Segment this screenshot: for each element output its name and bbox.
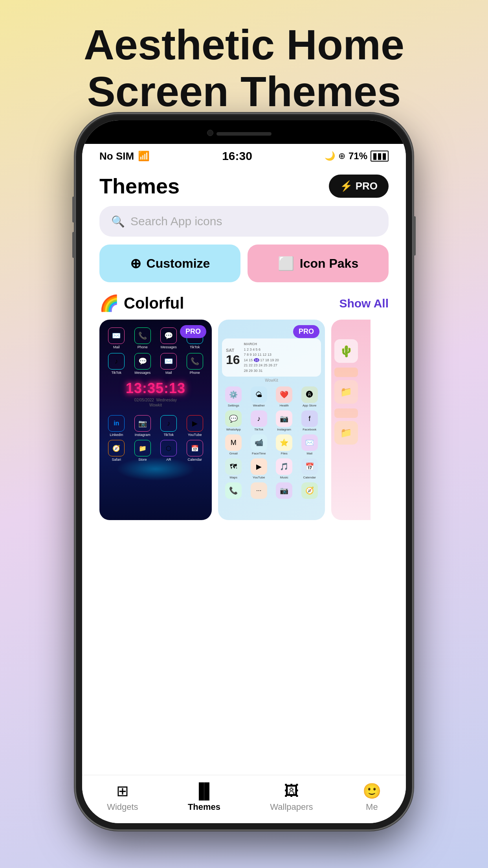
pro-button[interactable]: ⚡ PRO [329, 175, 389, 198]
wowkit-label: WowKit [222, 378, 321, 383]
app-header: Themes ⚡ PRO [82, 166, 406, 202]
camera-notch [185, 124, 303, 144]
phone-wrapper: No SIM 📶 16:30 🌙 ⊕ 71% ▮▮▮ Themes ⚡ [76, 114, 412, 829]
search-icon: 🔍 [111, 215, 125, 228]
volume-up-button[interactable] [72, 197, 75, 223]
phone-shell: No SIM 📶 16:30 🌙 ⊕ 71% ▮▮▮ Themes ⚡ [76, 114, 412, 829]
pro-label: PRO [356, 180, 378, 192]
theme-cards-row: PRO ✉️ Mail 📞 Phone [82, 320, 406, 536]
nav-widgets[interactable]: ⊞ Widgets [107, 782, 138, 812]
pink-theme-card[interactable]: 🌵 📁 📁 [331, 320, 371, 520]
page-headline: Aesthetic HomeScreen Themes [0, 22, 488, 115]
bolt-icon: ⚡ [340, 180, 352, 192]
customize-button[interactable]: ⊕ Customize [99, 245, 240, 282]
moon-icon: 🌙 [325, 151, 335, 161]
neon-date-line: 02/05/2022 Wednesday [99, 398, 212, 402]
me-label: Me [366, 802, 378, 812]
scroll-content[interactable]: Themes ⚡ PRO 🔍 Search App icons ⊕ Custom… [82, 166, 406, 775]
section-header: 🌈 Colorful Show All [82, 292, 406, 320]
neon-theme-card[interactable]: PRO ✉️ Mail 📞 Phone [99, 320, 212, 520]
neon-clock: 13:35:13 [99, 380, 212, 397]
status-bar: No SIM 📶 16:30 🌙 ⊕ 71% ▮▮▮ [82, 144, 406, 166]
neon-icons-mid: ♪ TikTok 💬 Messages ✉️ Mail [99, 351, 212, 377]
wifi-icon: 📶 [138, 151, 150, 162]
neon-icon-mail: ✉️ Mail [108, 327, 125, 349]
power-button[interactable] [413, 216, 416, 256]
location-icon: ⊕ [338, 151, 345, 161]
iconpaks-label: Icon Paks [300, 256, 358, 271]
neon-icons-bottom: in LinkedIn 📷 Instagram ♪ TikTok [99, 414, 212, 438]
status-right: 🌙 ⊕ 71% ▮▮▮ [325, 151, 389, 162]
neon-icons-last: 🧭 Safari 📁 Store ⬡ AR [99, 438, 212, 463]
neon-wowkit: Wowkit [99, 403, 212, 407]
themes-label: Themes [188, 802, 220, 812]
iconpaks-icon: ⬜ [278, 256, 294, 271]
nav-me[interactable]: 🙂 Me [363, 782, 381, 812]
volume-down-button[interactable] [72, 232, 75, 258]
app-title: Themes [99, 174, 180, 198]
battery-icon: ▮▮▮ [371, 151, 389, 162]
camera-dot [207, 130, 213, 136]
pro-badge-1: PRO [180, 325, 206, 338]
action-buttons: ⊕ Customize ⬜ Icon Paks [82, 245, 406, 292]
pastel-date-widget: SAT 16 MARCH 1 2 3 4 5 6 7 8 9 10 11 12 … [222, 338, 321, 377]
nav-wallpapers[interactable]: 🖼 Wallpapers [270, 783, 313, 812]
wallpapers-label: Wallpapers [270, 802, 313, 812]
themes-icon: ▐▌ [194, 783, 215, 800]
section-title: 🌈 Colorful [99, 294, 184, 313]
carrier-label: No SIM [99, 150, 134, 162]
widgets-icon: ⊞ [116, 782, 129, 800]
section-title-text: Colorful [124, 294, 184, 312]
top-black-bar [82, 120, 406, 144]
me-icon: 🙂 [363, 782, 381, 800]
phone-screen: No SIM 📶 16:30 🌙 ⊕ 71% ▮▮▮ Themes ⚡ [82, 120, 406, 823]
pro-badge-2: PRO [293, 325, 319, 338]
rainbow-emoji: 🌈 [99, 294, 119, 313]
speaker-pill [216, 132, 272, 136]
neon-icon-phone: 📞 Phone [134, 327, 151, 349]
pastel-content: SAT 16 MARCH 1 2 3 4 5 6 7 8 9 10 11 12 … [218, 320, 325, 504]
nav-themes[interactable]: ▐▌ Themes [188, 783, 220, 812]
pastel-theme-card[interactable]: PRO SAT 16 MARCH 1 2 3 4 5 6 [218, 320, 325, 520]
neon-icon-messages: 💬 Messages [160, 327, 177, 349]
widgets-label: Widgets [107, 802, 138, 812]
search-bar[interactable]: 🔍 Search App icons [99, 206, 389, 237]
customize-label: Customize [147, 256, 210, 271]
wallpapers-icon: 🖼 [284, 783, 299, 800]
battery-percent: 71% [349, 151, 367, 162]
search-placeholder: Search App icons [130, 215, 222, 228]
iconpaks-button[interactable]: ⬜ Icon Paks [248, 245, 389, 282]
show-all-button[interactable]: Show All [339, 297, 389, 310]
status-time: 16:30 [222, 149, 252, 163]
status-left: No SIM 📶 [99, 150, 150, 162]
bottom-nav: ⊞ Widgets ▐▌ Themes 🖼 Wallpapers 🙂 Me [82, 775, 406, 823]
customize-icon: ⊕ [130, 256, 141, 271]
